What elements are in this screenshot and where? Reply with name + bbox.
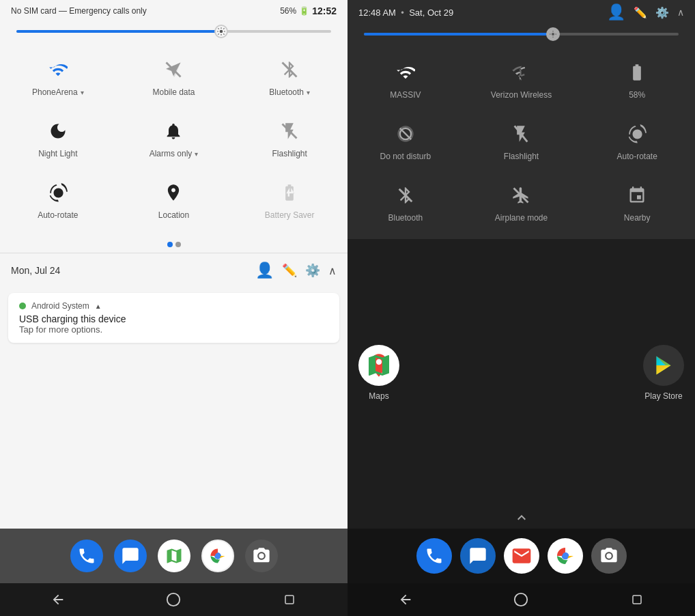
qs-tile-location[interactable]: Location xyxy=(116,169,232,231)
dark-qs-label-wifi: MASSIV xyxy=(390,90,421,100)
alarms-only-icon xyxy=(161,119,186,143)
qs-tile-dark-bluetooth[interactable]: Bluetooth xyxy=(348,172,464,234)
left-brightness-row[interactable] xyxy=(0,22,348,41)
right-brightness-slider[interactable] xyxy=(364,33,679,36)
right-brightness-sun-icon xyxy=(549,30,557,38)
right-brightness-row[interactable] xyxy=(348,25,695,44)
night-light-icon xyxy=(46,119,70,143)
right-status-icons: 👤 ✏️ ⚙️ ∧ xyxy=(607,3,684,21)
dock-maps-icon[interactable] xyxy=(158,540,190,572)
left-status-bar: No SIM card — Emergency calls only 56% 🔋… xyxy=(0,0,348,22)
auto-rotate-icon xyxy=(46,180,70,205)
home-button-left[interactable] xyxy=(160,586,187,613)
dark-qs-label-airplane: Airplane mode xyxy=(495,213,548,223)
alarms-dropdown-arrow: ▾ xyxy=(195,150,198,158)
battery-icon: 🔋 xyxy=(299,6,309,16)
app-item-maps[interactable]: Maps xyxy=(358,345,399,401)
left-dock xyxy=(0,529,348,583)
dark-airplane-icon xyxy=(509,183,533,208)
qs-tile-flashlight[interactable]: Flashlight xyxy=(231,108,348,169)
qs-tile-dark-nearby[interactable]: Nearby xyxy=(579,172,695,234)
settings-icon-right[interactable]: ⚙️ xyxy=(655,6,669,19)
dark-auto-rotate-icon xyxy=(625,122,649,146)
left-bottom-nav xyxy=(0,583,348,616)
bluetooth-dropdown-arrow: ▾ xyxy=(307,89,310,96)
dark-wifi-icon xyxy=(393,60,418,85)
chevron-up-icon xyxy=(513,509,530,526)
qs-tile-wifi[interactable]: PhoneArena ▾ xyxy=(0,46,116,108)
brightness-sun-icon xyxy=(216,27,226,36)
dot-2 xyxy=(175,242,181,247)
qs-tile-auto-rotate[interactable]: Auto-rotate xyxy=(0,169,116,231)
edit-icon-left[interactable]: ✏️ xyxy=(282,263,297,278)
account-icon-right[interactable]: 👤 xyxy=(607,3,625,21)
qs-tile-mobile-data[interactable]: Mobile data xyxy=(116,46,232,108)
qs-tile-dark-dnd[interactable]: Do not disturb xyxy=(348,111,464,172)
dock-messages-icon[interactable] xyxy=(114,540,147,572)
qs-label-night-light: Night Light xyxy=(38,149,77,158)
recents-button-right[interactable] xyxy=(623,586,651,613)
right-dock-chrome[interactable] xyxy=(548,538,583,574)
notification-app: Android System xyxy=(31,301,89,311)
svg-point-27 xyxy=(606,553,611,558)
qs-tile-dark-signal[interactable]: Verizon Wireless xyxy=(464,49,580,111)
svg-line-7 xyxy=(223,28,224,29)
right-brightness-fill xyxy=(364,33,553,36)
battery-saver-icon xyxy=(277,180,302,205)
qs-tile-dark-battery[interactable]: 58% xyxy=(579,49,695,111)
dark-qs-label-nearby: Nearby xyxy=(624,213,651,223)
settings-icon-left[interactable]: ⚙️ xyxy=(305,263,320,278)
qs-tile-night-light[interactable]: Night Light xyxy=(0,108,116,169)
right-qs-grid: MASSIV Verizon Wireless 58% xyxy=(348,44,695,239)
right-dock-phone[interactable] xyxy=(416,538,452,574)
right-dock-gmail[interactable] xyxy=(504,538,539,574)
edit-icon-right[interactable]: ✏️ xyxy=(634,6,647,19)
dock-phone-icon[interactable] xyxy=(70,540,103,572)
play-store-app-icon xyxy=(643,345,684,386)
dock-camera-icon[interactable] xyxy=(245,540,278,572)
svg-line-8 xyxy=(218,33,218,34)
dark-qs-label-signal: Verizon Wireless xyxy=(491,90,552,100)
recents-button-left[interactable] xyxy=(276,586,303,613)
collapse-icon-right[interactable]: ∧ xyxy=(677,7,684,18)
qs-label-battery-saver: Battery Saver xyxy=(265,210,315,220)
right-dock-camera[interactable] xyxy=(591,538,627,574)
qs-tile-dark-flashlight[interactable]: Flashlight xyxy=(464,111,580,172)
back-button-right[interactable] xyxy=(392,586,419,613)
right-apps-row: Maps xyxy=(348,239,695,507)
page-indicator-left xyxy=(0,236,348,253)
dark-qs-label-bluetooth: Bluetooth xyxy=(388,213,423,223)
left-brightness-slider[interactable] xyxy=(16,30,331,33)
date-text: Mon, Jul 24 xyxy=(11,265,60,276)
left-qs-grid: PhoneArena ▾ Mobile data xyxy=(0,41,348,236)
qs-tile-alarms-only[interactable]: Alarms only ▾ xyxy=(116,108,232,169)
account-icon-left[interactable]: 👤 xyxy=(255,262,274,279)
qs-tile-dark-airplane[interactable]: Airplane mode xyxy=(464,172,580,234)
notification-dot xyxy=(19,303,26,309)
bluetooth-icon xyxy=(277,57,302,82)
time-left: 12:52 xyxy=(312,5,337,16)
date-bar-icons: 👤 ✏️ ⚙️ ∧ xyxy=(255,262,337,279)
notification-card[interactable]: Android System ▲ USB charging this devic… xyxy=(8,293,339,343)
home-button-right[interactable] xyxy=(507,586,535,613)
right-dock-messages[interactable] xyxy=(460,538,496,574)
qs-label-wifi: PhoneArena ▾ xyxy=(32,87,84,97)
dock-chrome-icon[interactable] xyxy=(201,540,234,572)
svg-rect-15 xyxy=(285,596,294,604)
notification-title: USB charging this device xyxy=(19,313,328,324)
qs-tile-dark-wifi[interactable]: MASSIV xyxy=(348,49,464,111)
maps-label: Maps xyxy=(369,391,388,401)
back-button-left[interactable] xyxy=(44,586,72,613)
notification-expand[interactable]: ▲ xyxy=(95,303,102,310)
qs-label-alarms-only: Alarms only ▾ xyxy=(150,149,199,158)
dark-qs-label-battery: 58% xyxy=(629,90,645,100)
collapse-icon-left[interactable]: ∧ xyxy=(328,264,337,277)
qs-tile-dark-auto-rotate[interactable]: Auto-rotate xyxy=(579,111,695,172)
qs-tile-bluetooth[interactable]: Bluetooth ▾ xyxy=(231,46,348,108)
svg-line-6 xyxy=(223,33,224,34)
wifi-dropdown-arrow: ▾ xyxy=(81,89,84,96)
qs-tile-battery-saver[interactable]: Battery Saver xyxy=(231,169,348,231)
right-chevron-row[interactable] xyxy=(348,507,695,529)
app-item-play-store[interactable]: Play Store xyxy=(643,345,684,401)
mobile-data-icon xyxy=(161,57,186,82)
